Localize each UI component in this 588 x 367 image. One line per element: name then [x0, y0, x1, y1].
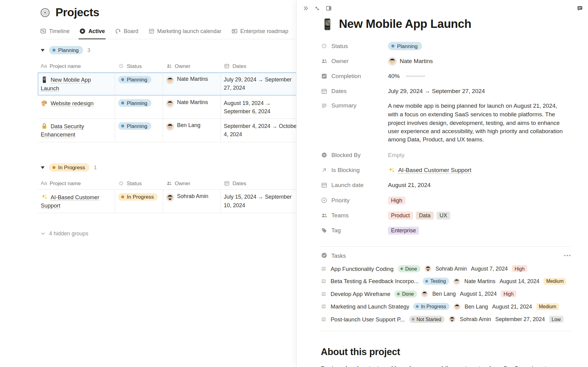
priority-value[interactable]: High [388, 197, 405, 204]
group-in-progress-header[interactable]: In Progress 1 [38, 163, 325, 172]
column-project-name[interactable]: Aa Project name [38, 180, 115, 186]
progress-bar [406, 75, 425, 77]
project-title[interactable]: New Mobile App Launch [339, 17, 471, 31]
arrow-ne-icon [321, 167, 327, 174]
column-dates[interactable]: Dates [221, 180, 302, 186]
column-status[interactable]: Status [115, 63, 163, 69]
table-row[interactable]: Website redesign Planning Nate Martins A… [38, 96, 325, 119]
tasks-list: App Functionality Coding Done Sohrab Ami… [321, 262, 571, 325]
tag-icon [321, 227, 327, 234]
table-row[interactable]: Data Security Enhancement Planning Ben L… [38, 119, 325, 142]
collapse-triangle-icon[interactable] [41, 49, 44, 52]
star-circle-icon [79, 28, 86, 34]
project-name-cell[interactable]: AI-Based Customer Support [38, 190, 115, 213]
tab-active[interactable]: Active [79, 28, 105, 34]
avatar [424, 265, 431, 272]
comments-button[interactable] [576, 5, 583, 12]
dates-cell[interactable]: August 19, 2024 → September 6, 2024 [221, 96, 302, 118]
tab-board[interactable]: Board [115, 28, 138, 34]
property-is-blocking: Is Blocking AI-Based Customer Support [321, 163, 573, 178]
project-name-cell[interactable]: Website redesign [38, 96, 115, 118]
tab-enterprise-roadmap[interactable]: Enterprise roadmap [231, 28, 288, 34]
peek-toolbar [302, 5, 332, 12]
task-row[interactable]: Develop App Wireframe Done Ben Lang Augu… [321, 288, 571, 300]
task-row[interactable]: Post-launch User Support P... Not Starte… [321, 313, 571, 325]
sparkles-emoji-icon [388, 167, 395, 174]
table-header: Aa Project name Status Owner Dates [38, 177, 325, 190]
owner-cell[interactable]: Nate Martins [163, 96, 221, 118]
task-board-icon [321, 266, 326, 271]
owner-cell[interactable]: Ben Lang [163, 119, 221, 142]
relation-link[interactable]: AI-Based Customer Support [398, 167, 471, 174]
is-blocking-value[interactable]: AI-Based Customer Support [388, 167, 471, 174]
table-header: Aa Project name Status Owner Dates [38, 60, 325, 73]
chart-icon [321, 73, 327, 80]
task-row[interactable]: Marketing and Launch Strategy In Progres… [321, 300, 571, 313]
dates-value[interactable]: July 29, 2024 → September 27, 2024 [388, 88, 485, 95]
side-peek-mode-button[interactable] [325, 5, 332, 12]
tag-value[interactable]: Enterprise [388, 227, 419, 235]
table-row[interactable]: New Mobile App Launch Planning Nate Mart… [38, 73, 325, 96]
tasks-menu-button[interactable]: ••• [564, 253, 571, 258]
page-title: Projects [55, 6, 99, 19]
status-cell[interactable]: Planning [115, 73, 163, 95]
dates-cell[interactable]: September 4, 2024 → October 4, 2024 [221, 119, 302, 142]
about-text[interactable]: Design, develop, test, and launch a new … [321, 364, 573, 367]
open-full-page-button[interactable] [314, 5, 320, 12]
status-cell[interactable]: Planning [115, 96, 163, 118]
phone-emoji-icon [41, 76, 48, 83]
property-priority: Priority High [321, 193, 573, 208]
group-planning-pill[interactable]: Planning [49, 46, 83, 54]
task-row[interactable]: Beta Testing & Feedback Incorpo... Testi… [321, 275, 571, 287]
status-value[interactable]: Planning [388, 42, 422, 50]
blocked-icon [321, 152, 327, 159]
tasks-section: Tasks ••• App Functionality Coding Done … [321, 252, 571, 326]
projects-page: Projects Timeline Active Board Marketing… [0, 0, 325, 237]
divider [319, 331, 571, 331]
group-planning-header[interactable]: Planning 3 [38, 46, 325, 54]
text-icon: Aa [41, 180, 47, 186]
property-dates: Dates July 29, 2024 → September 27, 2024 [321, 84, 573, 99]
teams-value[interactable]: Product Data UX [388, 212, 450, 219]
status-cell[interactable]: Planning [115, 119, 163, 142]
dates-cell[interactable]: July 15, 2024 → September 10, 2024 [221, 190, 302, 213]
group-in-progress-pill[interactable]: In Progress [49, 163, 89, 172]
blocked-by-value[interactable]: Empty [388, 152, 405, 159]
tab-timeline[interactable]: Timeline [40, 28, 70, 34]
summary-value[interactable]: A new mobile app is being planned for la… [388, 102, 565, 144]
column-status[interactable]: Status [115, 180, 163, 186]
property-tag: Tag Enterprise [321, 223, 573, 238]
launch-date-value[interactable]: August 21, 2024 [388, 182, 431, 189]
task-board-icon [321, 304, 326, 309]
column-dates[interactable]: Dates [221, 63, 302, 69]
timeline-icon [40, 28, 47, 34]
group-planning: Planning 3 Aa Project name Status Owner [38, 46, 325, 142]
table-row[interactable]: AI-Based Customer Support In Progress So… [38, 190, 325, 213]
phone-emoji-icon[interactable] [321, 17, 334, 31]
property-status: Status Planning [321, 39, 573, 54]
project-name-cell[interactable]: New Mobile App Launch [38, 73, 115, 95]
column-owner[interactable]: Owner [163, 180, 221, 186]
sparkles-emoji-icon [41, 193, 48, 200]
group-in-progress: In Progress 1 Aa Project name Status Own… [38, 163, 325, 213]
people-icon [321, 212, 327, 219]
column-owner[interactable]: Owner [163, 63, 221, 69]
close-peek-button[interactable] [302, 5, 309, 12]
calendar-icon [321, 182, 327, 189]
owner-cell[interactable]: Sohrab Amin [163, 190, 221, 213]
project-name-cell[interactable]: Data Security Enhancement [38, 119, 115, 142]
side-peek-panel: New Mobile App Launch Status Planning Ow… [296, 0, 588, 367]
tab-marketing-launch-calendar[interactable]: Marketing launch calendar [148, 28, 221, 34]
status-cell[interactable]: In Progress [115, 190, 163, 213]
hidden-groups-toggle[interactable]: 4 hidden groups [40, 230, 325, 237]
collapse-triangle-icon[interactable] [41, 166, 44, 169]
dates-cell[interactable]: July 29, 2024 → September 27, 2024 [221, 73, 302, 95]
column-project-name[interactable]: Aa Project name [38, 63, 115, 69]
completion-value[interactable]: 40% [388, 73, 425, 80]
task-row[interactable]: App Functionality Coding Done Sohrab Ami… [321, 262, 571, 275]
owner-cell[interactable]: Nate Martins [163, 73, 221, 95]
property-launch-date: Launch date August 21, 2024 [321, 178, 573, 193]
property-summary: Summary A new mobile app is being planne… [321, 99, 573, 148]
owner-value[interactable]: Nate Martins [388, 57, 433, 65]
side-peek-icon [325, 5, 332, 12]
